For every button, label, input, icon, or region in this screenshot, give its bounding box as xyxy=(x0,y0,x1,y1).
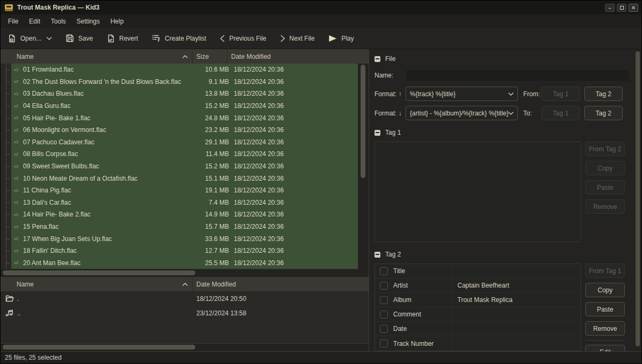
field-checkbox[interactable] xyxy=(380,282,388,290)
play-button[interactable]: Play xyxy=(328,35,354,42)
file-name: 14 Hair Pie- Bake 2.flac xyxy=(23,211,197,218)
table-row[interactable]: v2 18 Fallin' Ditch.flac 12.7 MB 18/12/2… xyxy=(1,245,358,257)
scrollbar-thumb[interactable] xyxy=(3,270,195,275)
list-item[interactable]: . 18/12/2024 20:50 xyxy=(1,291,369,306)
field-checkbox[interactable] xyxy=(380,267,388,275)
tag2-button-column: From Tag 1 Copy Paste Remove Edit xyxy=(585,264,625,351)
tag-field-row-date[interactable]: Date xyxy=(375,322,580,336)
file-name: 15 Pena.flac xyxy=(23,223,197,230)
filename-input[interactable] xyxy=(406,69,630,82)
collapse-icon[interactable] xyxy=(374,252,380,258)
tree-branch-icon xyxy=(1,160,11,173)
table-row[interactable]: v2 02 The Dust Blows Forward 'n the Dust… xyxy=(1,76,358,88)
open-button[interactable]: Open... xyxy=(8,34,52,43)
previous-file-button[interactable]: Previous File xyxy=(220,35,266,42)
tag-field-row-comment[interactable]: Comment xyxy=(375,307,580,322)
tag2-remove-button[interactable]: Remove xyxy=(585,321,625,336)
format-to-tags-combobox[interactable]: {artist} - %{album}/%{track} %{title} xyxy=(406,106,518,120)
open-label: Open... xyxy=(20,35,41,42)
field-checkbox[interactable] xyxy=(380,325,388,333)
column-header-name[interactable]: Name xyxy=(1,49,192,64)
tag-version-badge: v2 xyxy=(11,260,23,265)
tag1-section-header[interactable]: Tag 1 xyxy=(374,128,630,137)
table-row[interactable]: v2 01 Frownland.flac 10.6 MB 18/12/2024 … xyxy=(1,64,358,76)
collapse-icon[interactable] xyxy=(374,56,380,62)
column-header-size[interactable]: Size xyxy=(193,49,227,64)
field-value[interactable]: Trout Mask Replica xyxy=(452,296,580,304)
list-item[interactable]: .. 23/12/2024 13:58 xyxy=(1,306,369,320)
chevron-down-icon[interactable] xyxy=(47,37,52,40)
tree-branch-icon xyxy=(1,184,11,197)
file-name: 09 Sweet Sweet Bulbs.flac xyxy=(23,162,197,170)
save-icon xyxy=(66,34,74,42)
tag2-section-header[interactable]: Tag 2 xyxy=(374,250,630,259)
close-button[interactable]: ✕ xyxy=(629,4,638,12)
tag-version-badge: v2 xyxy=(11,115,23,120)
menubar: File Edit Tools Settings Help xyxy=(1,14,641,28)
table-row[interactable]: v2 20 Ant Man Bee.flac 25.5 MB 18/12/202… xyxy=(1,257,358,269)
scrollbar-thumb[interactable] xyxy=(636,51,640,346)
field-value[interactable]: Captain Beefheart xyxy=(452,282,580,289)
menu-item-tools[interactable]: Tools xyxy=(45,16,71,27)
table-row[interactable]: v2 08 Bills Corpse.flac 11.4 MB 18/12/20… xyxy=(1,148,358,160)
tree-branch-icon xyxy=(1,197,11,209)
field-checkbox[interactable] xyxy=(380,296,388,304)
table-row[interactable]: v2 07 Pachuco Cadaver.flac 29.1 MB 18/12… xyxy=(1,136,358,149)
tag-field-row-title[interactable]: Title xyxy=(375,264,580,278)
column-header-date[interactable]: Date Modified xyxy=(227,49,369,64)
revert-button[interactable]: Revert xyxy=(107,34,138,43)
file-date: 18/12/2024 20:36 xyxy=(229,187,358,194)
menu-item-file[interactable]: File xyxy=(3,16,24,27)
file-section-title: File xyxy=(385,55,395,63)
table-row[interactable]: v2 14 Hair Pie- Bake 2.flac 14.9 MB 18/1… xyxy=(1,208,358,221)
field-checkbox[interactable] xyxy=(380,339,388,347)
column-header-name[interactable]: Name xyxy=(1,277,192,291)
file-list-horizontal-scrollbar[interactable] xyxy=(1,269,369,277)
save-button[interactable]: Save xyxy=(66,34,93,42)
menu-item-help[interactable]: Help xyxy=(105,16,129,27)
minimize-button[interactable]: – xyxy=(605,4,615,12)
table-row[interactable]: v2 09 Sweet Sweet Bulbs.flac 15.2 MB 18/… xyxy=(1,160,358,173)
menu-item-settings[interactable]: Settings xyxy=(71,16,105,27)
file-date: 18/12/2024 20:36 xyxy=(229,114,358,122)
tag2-edit-button[interactable]: Edit xyxy=(585,345,625,351)
tag-field-row-artist[interactable]: Artist Captain Beefheart xyxy=(375,278,580,293)
maximize-button[interactable] xyxy=(617,4,626,12)
next-file-button[interactable]: Next File xyxy=(280,35,315,42)
tag1-remove-button: Remove xyxy=(585,199,625,214)
table-row[interactable]: v2 06 Moonlight on Vermont.flac 23.2 MB … xyxy=(1,124,358,136)
tag-pane: File Name: Format: ↑ %{track} %{title} F… xyxy=(369,49,641,351)
field-checkbox[interactable] xyxy=(380,311,388,319)
scrollbar-thumb[interactable] xyxy=(3,345,195,350)
menu-item-edit[interactable]: Edit xyxy=(24,16,45,27)
table-row[interactable]: v2 03 Dachau Blues.flac 13.8 MB 18/12/20… xyxy=(1,88,358,100)
tag2-paste-button[interactable]: Paste xyxy=(585,302,625,316)
filename-from-tag2-button[interactable]: Tag 2 xyxy=(584,87,623,101)
file-list: v2 01 Frownland.flac 10.6 MB 18/12/2024 … xyxy=(1,64,358,269)
file-section-header[interactable]: File xyxy=(374,55,630,63)
table-row[interactable]: v2 05 Hair Pie- Bake 1.flac 24.8 MB 18/1… xyxy=(1,112,358,124)
tag2-copy-button[interactable]: Copy xyxy=(585,283,625,297)
create-playlist-button[interactable]: Create Playlist xyxy=(152,34,206,42)
table-row[interactable]: v2 15 Pena.flac 15.7 MB 18/12/2024 20:36 xyxy=(1,221,358,233)
column-header-date[interactable]: Date Modified xyxy=(193,277,369,291)
table-row[interactable]: v2 13 Dali's Car.flac 7.4 MB 18/12/2024 … xyxy=(1,197,358,209)
tag1-fields-table[interactable] xyxy=(374,142,581,242)
scrollbar-thumb[interactable] xyxy=(361,65,365,178)
table-row[interactable]: v2 11 China Pig.flac 19.1 MB 18/12/2024 … xyxy=(1,184,358,197)
file-name: 20 Ant Man Bee.flac xyxy=(23,259,197,267)
tag-field-row-album[interactable]: Album Trout Mask Replica xyxy=(375,293,580,307)
tree-branch-icon xyxy=(1,221,11,233)
file-list-vertical-scrollbar[interactable] xyxy=(358,64,369,269)
tag-field-row-track-number[interactable]: Track Number xyxy=(375,336,580,351)
chevron-down-icon xyxy=(508,112,514,115)
filename-to-tag2-button[interactable]: Tag 2 xyxy=(584,106,623,120)
tree-branch-icon xyxy=(1,100,11,112)
directory-horizontal-scrollbar[interactable] xyxy=(1,344,369,351)
table-row[interactable]: v2 04 Ella Guru.flac 15.2 MB 18/12/2024 … xyxy=(1,100,358,112)
tag-pane-vertical-scrollbar[interactable] xyxy=(634,49,641,351)
format-from-tags-combobox[interactable]: %{track} %{title} xyxy=(406,87,518,101)
table-row[interactable]: v2 10 Neon Meate Dream of a Octafish.fla… xyxy=(1,172,358,184)
table-row[interactable]: v2 17 When Big Joan Sets Up.flac 33.6 MB… xyxy=(1,233,358,245)
collapse-icon[interactable] xyxy=(374,130,380,136)
